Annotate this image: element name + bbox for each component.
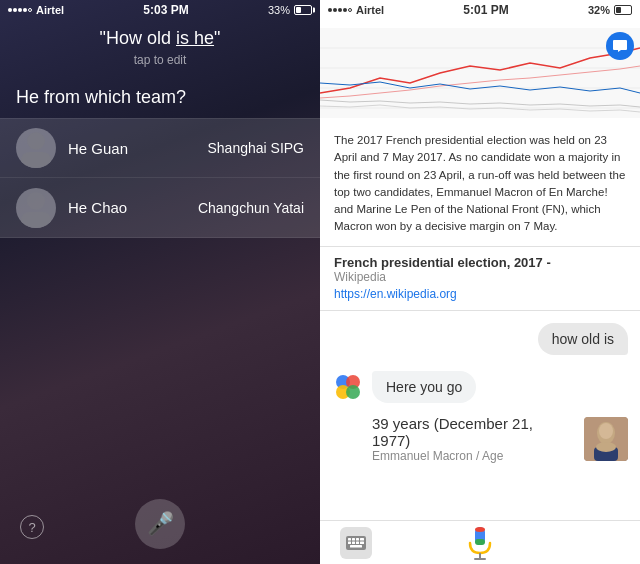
help-button[interactable]: ? [20,515,44,539]
siri-panel: Airtel 5:03 PM 33% "How old is he" tap t… [0,0,320,564]
divider-1 [320,310,640,311]
rsig-2 [333,8,337,12]
right-battery-icon [614,5,632,15]
wiki-source: Wikipedia [334,270,626,284]
bottom-bar [320,520,640,564]
svg-rect-22 [350,545,362,548]
rsig-5 [348,8,352,12]
avatar-silhouette-1 [16,128,56,168]
contact-item-1[interactable]: He Guan Shanghai SIPG [0,118,320,178]
avatar-1 [16,128,56,168]
signal-dot-3 [18,8,22,12]
age-text: 39 years (December 21, 1977) [372,415,574,449]
signal-dot-1 [8,8,12,12]
contact-name-1: He Guan [68,140,195,157]
assistant-content: Here you go 39 years (December 21, 1977)… [372,371,628,469]
avatar-body-2 [21,212,51,228]
svg-rect-14 [348,538,351,541]
svg-rect-19 [352,541,355,544]
avatar-2 [16,188,56,228]
contact-team-2: Changchun Yatai [198,200,304,216]
svg-rect-17 [360,538,364,541]
avatar-head-2 [27,192,45,210]
svg-rect-15 [352,538,355,541]
svg-point-12 [596,442,616,452]
signal-bars [8,8,32,12]
rsig-3 [338,8,342,12]
left-battery-fill [296,7,301,13]
chart-area [320,28,640,118]
avatar-head-1 [27,132,45,150]
left-battery-icon [294,5,312,15]
user-bubble: how old is [538,323,628,355]
right-status-bar: Airtel 5:01 PM 32% [320,0,640,20]
chat-bubble-icon [612,38,628,54]
assistant-avatar [332,371,364,403]
right-carrier-area: Airtel [328,4,384,16]
user-message-row: how old is [320,315,640,363]
chart-svg [320,28,640,118]
siri-query-text: "How old is he" [80,28,241,49]
avatar-silhouette-2 [16,188,56,228]
age-result-block: 39 years (December 21, 1977) Emmanuel Ma… [372,409,628,469]
siri-query-underline: is he [176,28,214,48]
assistant-row: Here you go 39 years (December 21, 1977)… [320,363,640,477]
svg-rect-18 [348,541,351,544]
wiki-body-text: The 2017 French presidential election wa… [334,134,625,232]
tap-to-edit-hint[interactable]: tap to edit [134,53,187,67]
contact-team-1: Shanghai SIPG [207,140,304,156]
age-info: 39 years (December 21, 1977) Emmanuel Ma… [372,415,574,463]
left-status-bar: Airtel 5:03 PM 33% [0,0,320,20]
rsig-1 [328,8,332,12]
left-battery-area: 33% [268,4,312,16]
left-carrier: Airtel [8,4,64,16]
right-signal-bars [328,8,352,12]
svg-rect-21 [360,541,364,544]
avatar-body-1 [21,152,51,168]
person-avatar-icon [584,417,628,461]
person-thumbnail[interactable] [584,417,628,461]
keyboard-button[interactable] [340,527,372,559]
rsig-4 [343,8,347,12]
assistant-icon [606,32,634,60]
google-mic-icon [466,525,494,561]
svg-rect-25 [475,539,485,545]
mic-button[interactable]: 🎤 [135,499,185,549]
wiki-title: French presidential election, 2017 - [334,255,626,270]
left-battery-pct: 33% [268,4,290,16]
contact-list: He Guan Shanghai SIPG He Chao Changchun … [0,118,320,238]
person-thumb-img [584,417,628,461]
google-mic-button[interactable] [464,527,496,559]
svg-rect-20 [356,541,359,544]
wiki-link[interactable]: https://en.wikipedia.org [334,287,457,301]
signal-dot-2 [13,8,17,12]
chat-area[interactable]: The 2017 French presidential election wa… [320,20,640,520]
right-carrier-name: Airtel [356,4,384,16]
svg-rect-24 [475,527,485,532]
signal-dot-4 [23,8,27,12]
google-logo-icon [334,373,362,401]
contact-item-2[interactable]: He Chao Changchun Yatai [0,178,320,238]
left-carrier-name: Airtel [36,4,64,16]
contact-name-2: He Chao [68,199,186,216]
right-battery-fill [616,7,621,13]
keyboard-icon [346,536,366,550]
right-battery-area: 32% [588,4,632,16]
age-subtext: Emmanuel Macron / Age [372,449,574,463]
wiki-text-block: The 2017 French presidential election wa… [320,122,640,247]
mic-icon: 🎤 [147,511,174,537]
assistant-panel: Airtel 5:01 PM 32% [320,0,640,564]
svg-point-10 [599,423,613,439]
right-time: 5:01 PM [463,3,508,17]
help-label: ? [28,520,35,535]
svg-point-7 [346,385,360,399]
svg-rect-16 [356,538,359,541]
left-time: 5:03 PM [143,3,188,17]
right-battery-pct: 32% [588,4,610,16]
signal-dot-5 [28,8,32,12]
wiki-title-block[interactable]: French presidential election, 2017 - Wik… [320,247,640,306]
siri-question: He from which team? [0,87,202,108]
greeting-bubble: Here you go [372,371,476,403]
